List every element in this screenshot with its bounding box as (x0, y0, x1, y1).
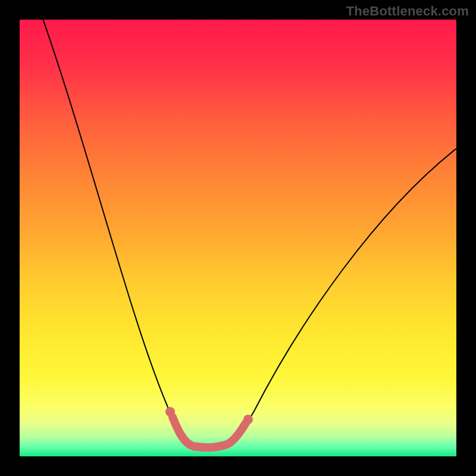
valley-dot-right (243, 415, 253, 424)
chart-svg (20, 20, 456, 456)
watermark-text: TheBottleneck.com (346, 4, 469, 19)
plot-area (20, 20, 456, 456)
bottleneck-curve (41, 20, 456, 447)
valley-marker (173, 417, 246, 447)
outer-frame: TheBottleneck.com (0, 0, 476, 476)
valley-dot-left (165, 407, 175, 416)
